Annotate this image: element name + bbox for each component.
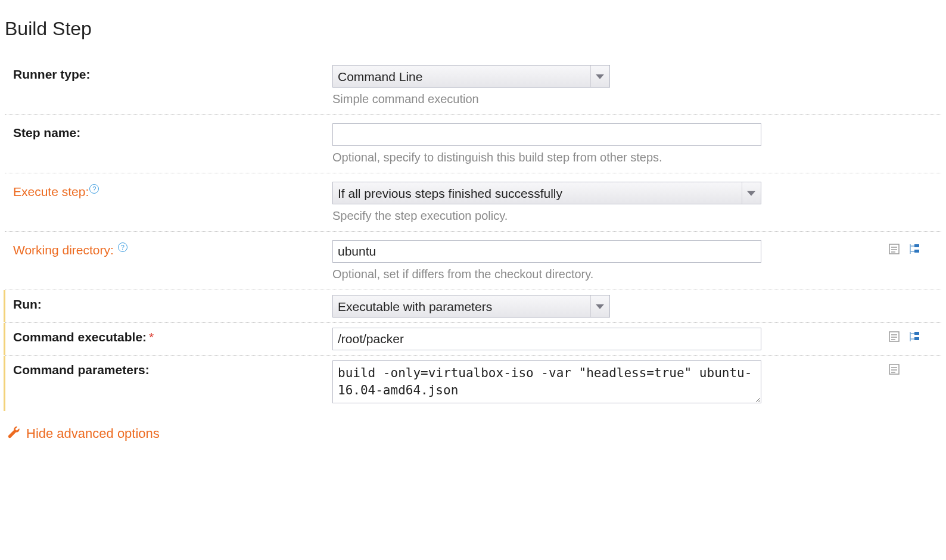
field-working-directory: Working directory: ? Optional, set if di… — [5, 232, 941, 290]
working-directory-label: Working directory: — [13, 243, 114, 257]
command-executable-input[interactable] — [332, 328, 761, 350]
run-label: Run: — [13, 297, 42, 311]
highlight-stripe — [4, 290, 5, 322]
tree-icon[interactable] — [908, 242, 921, 256]
svg-rect-6 — [914, 244, 919, 247]
help-icon[interactable]: ? — [89, 184, 99, 194]
field-run: Run: Executable with parameters — [5, 290, 941, 323]
field-command-executable: Command executable:* — [5, 323, 941, 356]
command-parameters-label: Command parameters: — [13, 363, 150, 377]
execute-step-label: Execute step: — [13, 185, 89, 198]
run-select[interactable]: Executable with parameters — [332, 295, 610, 318]
runner-type-label: Runner type: — [13, 67, 91, 81]
field-command-parameters: Command parameters: — [5, 356, 941, 411]
field-runner-type: Runner type: Command Line Simple command… — [5, 57, 941, 115]
step-name-label: Step name: — [13, 126, 80, 139]
field-execute-step: Execute step:? If all previous steps fin… — [5, 173, 941, 232]
help-icon[interactable]: ? — [118, 242, 127, 252]
tree-icon[interactable] — [908, 330, 921, 343]
step-name-hint: Optional, specify to distinguish this bu… — [332, 151, 883, 164]
runner-type-select[interactable]: Command Line — [332, 65, 610, 88]
working-directory-input[interactable] — [332, 240, 761, 263]
highlight-stripe — [4, 356, 5, 411]
wrench-icon — [7, 425, 20, 442]
page-title: Build Step — [5, 18, 941, 40]
highlight-stripe — [4, 323, 5, 355]
command-executable-label: Command executable: — [13, 330, 147, 344]
field-step-name: Step name: Optional, specify to distingu… — [5, 115, 941, 173]
svg-rect-17 — [914, 337, 919, 340]
working-directory-hint: Optional, set if differs from the checko… — [332, 267, 883, 281]
command-parameters-textarea[interactable] — [332, 360, 761, 403]
svg-rect-8 — [914, 250, 919, 253]
required-asterisk: * — [147, 330, 154, 344]
notes-icon[interactable] — [888, 242, 901, 256]
execute-step-hint: Specify the step execution policy. — [332, 209, 883, 223]
hide-advanced-options-label: Hide advanced options — [26, 426, 160, 441]
execute-step-select[interactable]: If all previous steps finished successfu… — [332, 182, 761, 204]
runner-type-hint: Simple command execution — [332, 92, 883, 106]
step-name-input[interactable] — [332, 123, 761, 146]
svg-rect-15 — [914, 332, 919, 335]
notes-icon[interactable] — [888, 363, 901, 376]
notes-icon[interactable] — [888, 330, 901, 343]
hide-advanced-options-link[interactable]: Hide advanced options — [7, 425, 160, 442]
